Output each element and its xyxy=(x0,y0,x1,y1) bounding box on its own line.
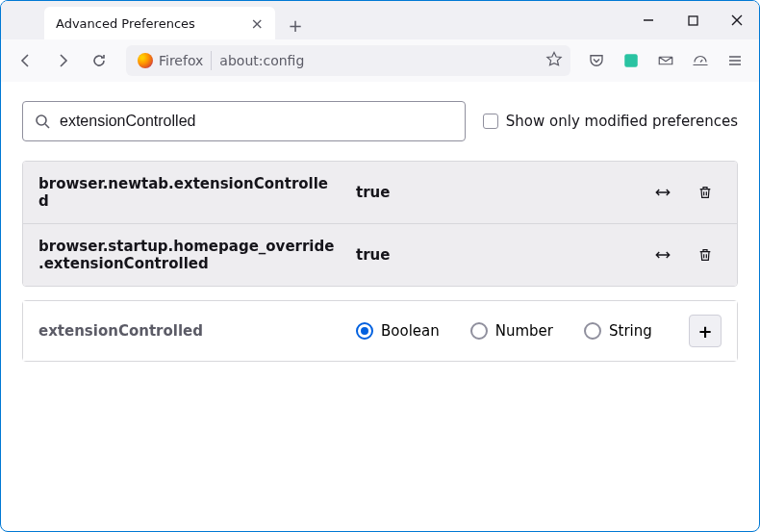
type-radio-boolean[interactable]: Boolean xyxy=(356,322,440,340)
pref-row[interactable]: browser.newtab.extensionControlled true xyxy=(23,162,737,223)
new-pref-name: extensionControlled xyxy=(38,322,337,340)
new-tab-button[interactable]: + xyxy=(281,11,310,39)
url-bar[interactable]: Firefox about:config xyxy=(126,45,570,76)
about-config-content: Show only modified preferences browser.n… xyxy=(1,82,759,381)
add-pref-button[interactable]: + xyxy=(689,315,722,347)
show-modified-label: Show only modified preferences xyxy=(506,113,738,130)
minimize-button[interactable] xyxy=(626,1,671,39)
identity-badge[interactable]: Firefox xyxy=(134,51,212,70)
tab-title: Advanced Preferences xyxy=(56,16,195,31)
svg-rect-1 xyxy=(689,16,697,25)
close-window-button[interactable] xyxy=(715,1,759,39)
bookmark-star-icon[interactable] xyxy=(545,51,563,71)
maximize-button[interactable] xyxy=(671,1,715,39)
firefox-icon xyxy=(138,53,153,68)
reload-button[interactable] xyxy=(84,45,114,76)
identity-label: Firefox xyxy=(159,53,203,68)
new-pref-row: extensionControlled Boolean Number Strin… xyxy=(22,300,738,362)
toggle-button[interactable] xyxy=(646,239,679,271)
pref-value: true xyxy=(356,184,627,201)
radio-icon xyxy=(584,322,601,340)
radio-label: Boolean xyxy=(381,322,440,340)
type-radio-number[interactable]: Number xyxy=(470,322,553,340)
menu-button[interactable] xyxy=(721,46,749,75)
svg-rect-4 xyxy=(624,54,638,67)
radio-icon xyxy=(356,322,373,340)
pref-value: true xyxy=(356,246,627,264)
svg-line-9 xyxy=(45,124,49,128)
pref-name: browser.newtab.extensionControlled xyxy=(38,175,337,210)
search-icon xyxy=(35,114,50,129)
radio-icon xyxy=(470,322,488,340)
close-tab-icon[interactable]: × xyxy=(251,14,264,33)
url-text: about:config xyxy=(219,53,304,68)
pref-name: browser.startup.homepage_override.extens… xyxy=(38,238,337,272)
pref-search-input[interactable] xyxy=(60,113,453,130)
delete-button[interactable] xyxy=(689,239,722,271)
svg-point-8 xyxy=(37,115,46,125)
show-modified-checkbox[interactable]: Show only modified preferences xyxy=(483,113,738,130)
nav-toolbar: Firefox about:config xyxy=(1,39,759,82)
radio-label: String xyxy=(609,322,652,340)
pocket-icon[interactable] xyxy=(582,46,611,75)
pref-table: browser.newtab.extensionControlled true … xyxy=(22,161,738,287)
type-radio-group: Boolean Number String xyxy=(356,322,670,340)
forward-button[interactable] xyxy=(47,45,78,76)
checkbox-icon xyxy=(483,114,498,129)
browser-tab[interactable]: Advanced Preferences × xyxy=(44,7,275,39)
dashboard-icon[interactable] xyxy=(686,46,715,75)
window-controls xyxy=(626,1,759,39)
mail-icon[interactable] xyxy=(651,46,680,75)
pref-search-box[interactable] xyxy=(22,101,466,141)
type-radio-string[interactable]: String xyxy=(584,322,652,340)
pref-row[interactable]: browser.startup.homepage_override.extens… xyxy=(23,223,737,286)
radio-label: Number xyxy=(495,322,553,340)
back-button[interactable] xyxy=(11,45,41,76)
toggle-button[interactable] xyxy=(646,176,679,209)
extensions-icon[interactable] xyxy=(617,46,646,75)
titlebar: Advanced Preferences × + xyxy=(1,1,759,39)
delete-button[interactable] xyxy=(689,176,722,209)
